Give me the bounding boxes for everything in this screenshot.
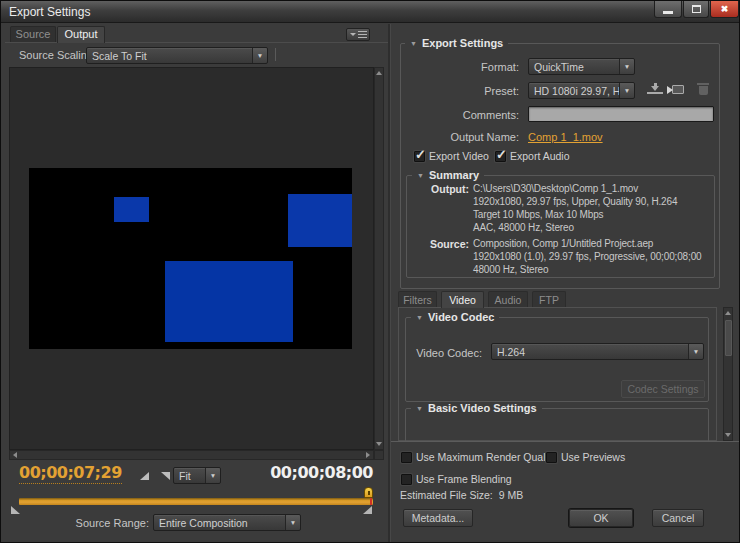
export-settings-header[interactable]: ▼ Export Settings [405, 37, 508, 50]
trim-out-handle[interactable] [363, 506, 372, 514]
scroll-down-icon[interactable] [376, 442, 382, 446]
footer: Use Maximum Render Quality Use Previews … [391, 441, 740, 543]
cancel-button[interactable]: Cancel [652, 509, 704, 527]
chevron-down-icon: ▼ [619, 83, 634, 98]
basic-video-settings-header-label: Basic Video Settings [428, 402, 537, 415]
use-max-render-quality-checkbox[interactable] [401, 452, 412, 463]
video-codec-header[interactable]: ▼ Video Codec [411, 311, 499, 324]
format-label: Format: [400, 61, 519, 73]
summary-output-line: C:\Users\D30\Desktop\Comp 1_1.mov [473, 183, 638, 194]
export-video-checkbox[interactable] [414, 151, 425, 162]
duration-timecode: 00;00;08;00 [270, 463, 373, 482]
scroll-left-icon[interactable] [13, 452, 17, 458]
tab-output[interactable]: Output [57, 26, 105, 43]
summary-header-label: Summary [429, 169, 479, 182]
format-dropdown[interactable]: QuickTime ▼ [528, 58, 635, 75]
summary-output-label: Output: [406, 183, 469, 195]
scrollbar-thumb[interactable] [725, 320, 732, 356]
source-scaling-value: Scale To Fit [87, 50, 252, 62]
scroll-up-icon[interactable] [725, 311, 731, 315]
menu-lines-icon [358, 31, 367, 38]
collapse-triangle-icon: ▼ [410, 37, 417, 50]
preview-panel: Source Output Source Scaling: Scale To F… [5, 25, 388, 541]
chevron-down-icon: ▼ [688, 344, 703, 359]
tab-source[interactable]: Source [10, 26, 56, 42]
preview-shape [114, 197, 149, 222]
preview-vscrollbar[interactable] [374, 67, 384, 450]
chevron-down-icon: ▼ [619, 59, 634, 74]
collapse-triangle-icon: ▼ [417, 169, 424, 182]
scrollbar-corner [374, 450, 384, 460]
scroll-right-icon[interactable] [366, 452, 370, 458]
summary-source-line: 1920x1080 (1.0), 29.97 fps, Progressive,… [473, 251, 701, 262]
current-timecode[interactable]: 00;00;07;29 [19, 463, 122, 484]
panel-menu-button[interactable] [346, 28, 370, 41]
scroll-up-icon[interactable] [376, 71, 382, 75]
zoom-level-value: Fit [174, 470, 205, 482]
video-codec-dropdown[interactable]: H.264 ▼ [491, 343, 704, 360]
scroll-down-icon[interactable] [725, 433, 731, 437]
preview-frame [29, 168, 352, 349]
playhead-marker[interactable] [364, 487, 373, 498]
export-audio-label[interactable]: Export Audio [510, 150, 570, 162]
close-button[interactable]: ✖ [710, 1, 739, 18]
export-settings-header-label: Export Settings [422, 37, 503, 50]
maximize-icon [692, 5, 701, 13]
use-previews-checkbox[interactable] [546, 452, 557, 463]
save-preset-button[interactable] [647, 83, 663, 97]
comments-input[interactable] [528, 106, 714, 122]
trim-in-handle[interactable] [11, 506, 20, 514]
minimize-icon [663, 11, 673, 14]
tab-ftp[interactable]: FTP [532, 291, 566, 308]
use-frame-blending-checkbox[interactable] [401, 474, 412, 485]
source-scaling-label: Source Scaling: [19, 49, 96, 61]
options-vscrollbar[interactable] [723, 307, 733, 441]
preset-dropdown[interactable]: HD 1080i 29.97, H.... ▼ [528, 82, 635, 99]
close-icon: ✖ [721, 5, 729, 14]
summary-source-label: Source: [406, 238, 469, 250]
preview-shape [288, 194, 352, 247]
export-audio-checkbox[interactable] [495, 151, 506, 162]
playhead-position-line [370, 498, 372, 505]
summary-header[interactable]: ▼ Summary [412, 169, 484, 182]
preview-viewport [9, 67, 374, 450]
ok-button[interactable]: OK [569, 509, 633, 527]
set-in-point-icon[interactable] [140, 472, 149, 480]
preview-hscrollbar[interactable] [9, 450, 374, 460]
tab-audio[interactable]: Audio [488, 291, 528, 308]
import-preset-button[interactable] [669, 83, 685, 97]
export-video-label[interactable]: Export Video [429, 150, 489, 162]
chevron-down-icon: ▼ [285, 515, 300, 530]
metadata-button[interactable]: Metadata... [403, 509, 473, 527]
tab-filters[interactable]: Filters [398, 291, 437, 308]
tab-video[interactable]: Video [441, 291, 484, 308]
minimize-button[interactable] [654, 1, 682, 18]
video-codec-header-label: Video Codec [428, 311, 494, 324]
output-name-link[interactable]: Comp 1_1.mov [528, 131, 603, 143]
trash-icon [697, 83, 709, 85]
set-out-point-icon[interactable] [161, 472, 170, 480]
comments-label: Comments: [400, 109, 519, 121]
import-preset-icon [672, 85, 684, 94]
timeline-bar[interactable] [19, 498, 373, 505]
source-range-value: Entire Composition [154, 517, 285, 529]
basic-video-settings-header[interactable]: ▼ Basic Video Settings [411, 402, 542, 415]
preset-value: HD 1080i 29.97, H.... [529, 85, 619, 97]
summary-output-line: AAC, 48000 Hz, Stereo [473, 222, 574, 233]
use-frame-blending-label[interactable]: Use Frame Blending [416, 473, 512, 485]
summary-source-line: Composition, Comp 1/Untitled Project.aep [473, 238, 653, 249]
format-value: QuickTime [529, 61, 619, 73]
use-max-render-quality-label[interactable]: Use Maximum Render Quality [416, 451, 556, 463]
source-range-dropdown[interactable]: Entire Composition ▼ [153, 514, 301, 531]
chevron-down-icon: ▼ [252, 48, 267, 63]
codec-settings-button: Codec Settings [621, 380, 705, 398]
source-scaling-dropdown[interactable]: Scale To Fit ▼ [86, 47, 268, 64]
estimated-file-size-value: 9 MB [499, 489, 524, 501]
summary-output-line: Target 10 Mbps, Max 10 Mbps [473, 209, 603, 220]
output-name-label: Output Name: [400, 131, 519, 143]
zoom-level-dropdown[interactable]: Fit ▼ [173, 467, 221, 484]
summary-output-line: 1920x1080, 29.97 fps, Upper, Quality 90,… [473, 196, 677, 207]
maximize-button[interactable] [683, 1, 709, 18]
export-settings-dialog: Export Settings ✖ Source Output Source S… [0, 0, 740, 543]
use-previews-label[interactable]: Use Previews [561, 451, 625, 463]
